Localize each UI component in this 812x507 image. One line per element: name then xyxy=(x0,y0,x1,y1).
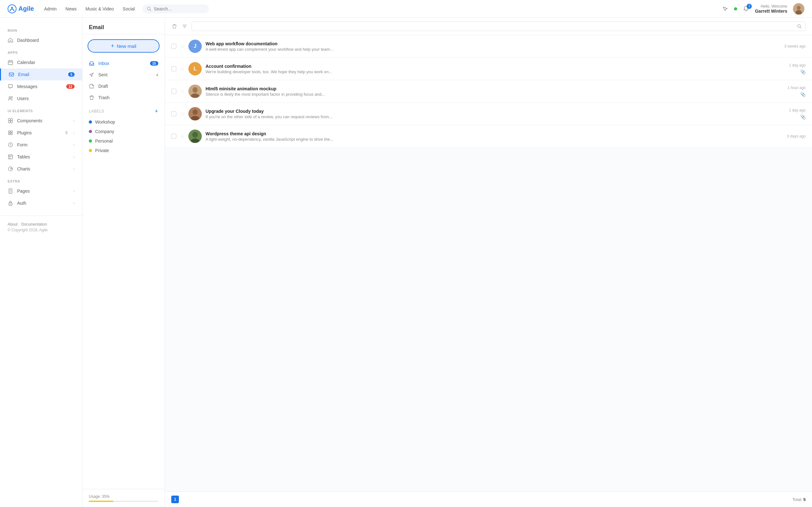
draft-nav-item[interactable]: Draft xyxy=(83,80,165,92)
email-star-1[interactable]: ☆ xyxy=(180,43,185,49)
usage-bar-fill xyxy=(89,501,113,502)
email-star-3[interactable]: ☆ xyxy=(180,89,185,95)
sidebar-section-apps: Apps xyxy=(0,46,82,56)
delete-toolbar-btn[interactable] xyxy=(171,23,177,30)
app-logo[interactable]: Agile xyxy=(8,4,34,13)
email-meta-3: 1 hour ago 📎 xyxy=(788,86,806,97)
email-item-2[interactable]: ☆ L Account confirmation We're building … xyxy=(165,58,812,80)
email-meta-5: 3 days ago xyxy=(787,134,806,138)
label-workshop[interactable]: Workshop xyxy=(89,117,158,127)
search-icon xyxy=(147,7,151,11)
home-icon xyxy=(8,38,13,43)
add-label-button[interactable]: + xyxy=(155,108,158,114)
nav-news[interactable]: News xyxy=(66,6,77,11)
email-checkbox-3[interactable] xyxy=(171,89,176,94)
footer-docs-link[interactable]: Documentation xyxy=(21,222,47,227)
nav-admin[interactable]: Admin xyxy=(44,6,57,11)
email-item-1[interactable]: ☆ J Web app workflow documentation A wel… xyxy=(165,35,812,58)
svg-rect-14 xyxy=(9,131,10,132)
svg-point-4 xyxy=(797,6,801,10)
sidebar-item-email[interactable]: Email 5 xyxy=(0,68,82,80)
sidebar-label-dashboard: Dashboard xyxy=(17,38,74,43)
sidebar-item-auth[interactable]: Auth › xyxy=(0,197,82,209)
chevron-right-icon: › xyxy=(73,118,74,123)
email-meta-4: 1 day ago 📎 xyxy=(789,108,806,119)
email-star-4[interactable]: ☆ xyxy=(180,111,185,117)
chevron-right-icon-2: › xyxy=(73,130,74,135)
trash-label: Trash xyxy=(98,95,158,100)
charts-icon xyxy=(8,166,13,172)
sidebar-label-calendar: Calendar xyxy=(17,60,74,65)
sidebar-item-components[interactable]: Components › xyxy=(0,115,82,127)
email-star-2[interactable]: ☆ xyxy=(180,66,185,72)
auth-icon xyxy=(8,200,13,206)
sidebar-item-form[interactable]: Form › xyxy=(0,139,82,151)
email-search-input[interactable]: ac xyxy=(196,24,795,29)
email-avatar-2: L xyxy=(189,62,202,75)
sidebar-item-charts[interactable]: Charts › xyxy=(0,163,82,175)
cursor-icon-btn[interactable] xyxy=(722,6,728,12)
inbox-nav-item[interactable]: Inbox 15 xyxy=(83,58,165,69)
sidebar-label-auth: Auth xyxy=(17,201,69,206)
email-checkbox-2[interactable] xyxy=(171,66,176,71)
sidebar-item-dashboard[interactable]: Dashboard xyxy=(0,34,82,46)
sidebar-item-users[interactable]: Users xyxy=(0,93,82,105)
user-avatar[interactable] xyxy=(793,3,804,14)
calendar-icon xyxy=(8,60,13,65)
personal-dot xyxy=(89,139,92,143)
label-personal[interactable]: Personal xyxy=(89,136,158,146)
page-number-badge[interactable]: 1 xyxy=(171,496,179,503)
nav-links: Admin News Music & Video Social xyxy=(44,6,135,11)
svg-point-23 xyxy=(10,204,11,205)
nav-social[interactable]: Social xyxy=(123,6,135,11)
notifications-btn[interactable]: 3 xyxy=(743,6,749,12)
sidebar-label-pages: Pages xyxy=(17,188,69,193)
email-item-3[interactable]: ☆ Html5 minisite animation mockup Silenc… xyxy=(165,80,812,103)
email-star-5[interactable]: ☆ xyxy=(180,133,185,139)
email-checkbox-5[interactable] xyxy=(171,134,176,139)
email-checkbox-4[interactable] xyxy=(171,111,176,116)
email-item-4[interactable]: ☆ Upgrade your Cloudy today If you're on… xyxy=(165,103,812,125)
search-input[interactable] xyxy=(154,6,205,11)
cursor-icon xyxy=(722,6,728,12)
sidebar-item-plugins[interactable]: Plugins 5 › xyxy=(0,127,82,139)
attachment-icon-4: 📎 xyxy=(800,114,806,119)
sidebar-item-calendar[interactable]: Calendar xyxy=(0,56,82,68)
email-preview-3: Silence is likely the most important fac… xyxy=(206,92,364,97)
footer-about-link[interactable]: About xyxy=(8,222,17,227)
email-checkbox-1[interactable] xyxy=(171,44,176,49)
svg-point-9 xyxy=(11,97,13,98)
inbox-icon xyxy=(89,61,95,66)
email-item-5[interactable]: ☆ Wordpress theme api design A light-wei… xyxy=(165,125,812,148)
plus-icon: + xyxy=(111,43,114,49)
filter-toolbar-btn[interactable] xyxy=(182,23,188,30)
attachment-icon-2: 📎 xyxy=(800,69,806,74)
sidebar-item-messages[interactable]: Messages 12 xyxy=(0,80,82,93)
label-workshop-text: Workshop xyxy=(95,119,115,124)
trash-nav-item[interactable]: Trash xyxy=(83,92,165,103)
sent-nav-item[interactable]: Sent 4 xyxy=(83,69,165,80)
email-left-panel: Email + New mail Inbox 15 xyxy=(83,18,165,507)
total-count-text: Total: 5 xyxy=(792,497,806,502)
new-mail-label: New mail xyxy=(117,43,136,49)
new-mail-button[interactable]: + New mail xyxy=(88,39,159,53)
label-company[interactable]: Company xyxy=(89,127,158,136)
label-private-text: Private xyxy=(95,148,109,153)
email-meta-1: 3 weeks ago xyxy=(784,44,806,49)
chevron-right-icon-4: › xyxy=(73,155,74,159)
svg-rect-19 xyxy=(9,155,13,159)
email-avatar-4 xyxy=(189,107,202,120)
global-search[interactable] xyxy=(142,4,209,13)
nav-music-video[interactable]: Music & Video xyxy=(86,6,114,11)
email-icon xyxy=(9,72,14,77)
svg-point-11 xyxy=(10,118,13,121)
label-company-text: Company xyxy=(95,129,114,134)
email-search-bar[interactable]: ac xyxy=(192,21,806,31)
email-meta-2: 1 day ago 📎 xyxy=(789,63,806,74)
label-private[interactable]: Private xyxy=(89,146,158,155)
sidebar-item-pages[interactable]: Pages › xyxy=(0,185,82,197)
sidebar-item-tables[interactable]: Tables › xyxy=(0,151,82,163)
email-preview-1: A well-timed app can complement your wor… xyxy=(206,47,364,52)
sidebar-section-ui: UI elements xyxy=(0,105,82,115)
svg-point-10 xyxy=(8,118,10,121)
